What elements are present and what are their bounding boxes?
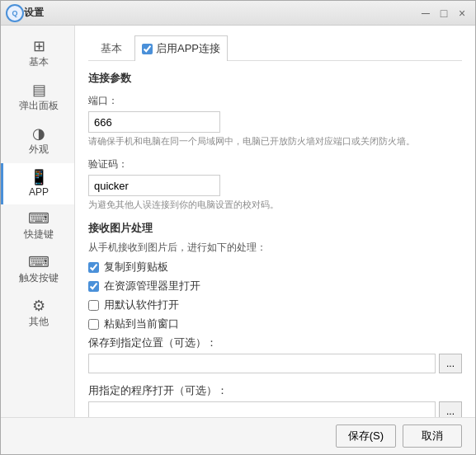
open-app-label: 用指定的程序打开（可选）： xyxy=(88,383,462,398)
sidebar-item-other[interactable]: ⚙ 其他 xyxy=(1,292,74,335)
sidebar-item-basic[interactable]: ⊞ 基本 xyxy=(1,32,74,76)
enable-app-label: 启用APP连接 xyxy=(156,41,220,56)
paste-window-checkbox[interactable] xyxy=(88,319,99,330)
verify-field-group: 验证码： 为避免其他人误连接到你的电脑设置的校对码。 xyxy=(88,157,462,211)
open-default-checkbox[interactable] xyxy=(88,300,99,311)
save-path-row: 保存到指定位置（可选）： ... xyxy=(88,335,462,373)
tab-enable-app[interactable]: 启用APP连接 xyxy=(134,35,228,61)
tab-basic[interactable]: 基本 xyxy=(88,35,134,61)
sidebar-label-shortcut: 快捷键 xyxy=(24,228,54,242)
checkbox-open-default: 用默认软件打开 xyxy=(88,298,462,312)
copy-clipboard-label: 复制到剪贴板 xyxy=(104,260,168,274)
app-logo: Q xyxy=(6,4,24,22)
sidebar-item-shortcut[interactable]: ⌨ 快捷键 xyxy=(1,204,74,248)
tab-strip: 基本 启用APP连接 xyxy=(88,35,462,61)
open-app-browse-button[interactable]: ... xyxy=(439,401,462,417)
trigger-icon: ⌨ xyxy=(28,255,49,270)
connection-section-title: 连接参数 xyxy=(88,71,462,86)
save-path-input-row: ... xyxy=(88,354,462,373)
open-app-row: 用指定的程序打开（可选）： ... xyxy=(88,383,462,417)
open-app-input[interactable] xyxy=(88,401,436,417)
footer: 保存(S) 取消 xyxy=(1,417,475,454)
image-section-title: 接收图片处理 xyxy=(88,221,462,236)
sidebar-label-appearance: 外观 xyxy=(29,143,49,157)
verify-input[interactable] xyxy=(88,175,220,196)
popup-icon: ▤ xyxy=(32,82,46,97)
save-button[interactable]: 保存(S) xyxy=(336,425,396,448)
main-panel: 基本 启用APP连接 连接参数 端口： 请确保手机和电脑在同一个局域网中，电脑已… xyxy=(75,26,475,417)
title-bar: Q 设置 ─ □ × xyxy=(1,1,475,26)
sidebar-label-app: APP xyxy=(29,186,49,198)
appearance-icon: ◑ xyxy=(32,126,45,141)
save-path-browse-button[interactable]: ... xyxy=(439,354,462,373)
open-default-label: 用默认软件打开 xyxy=(104,298,179,312)
port-label: 端口： xyxy=(88,94,462,108)
sidebar-item-app[interactable]: 📱 APP xyxy=(1,163,74,204)
sidebar-label-basic: 基本 xyxy=(29,55,49,69)
checkbox-open-explorer: 在资源管理器里打开 xyxy=(88,279,462,293)
sidebar-item-appearance[interactable]: ◑ 外观 xyxy=(1,120,74,163)
minimize-button[interactable]: ─ xyxy=(417,5,434,21)
sidebar-item-popup[interactable]: ▤ 弹出面板 xyxy=(1,76,74,120)
shortcut-icon: ⌨ xyxy=(28,211,49,226)
settings-window: Q 设置 ─ □ × ⊞ 基本 ▤ 弹出面板 ◑ 外观 📱 AP xyxy=(0,0,476,455)
open-app-input-row: ... xyxy=(88,401,462,417)
verify-hint: 为避免其他人误连接到你的电脑设置的校对码。 xyxy=(88,199,462,211)
copy-clipboard-checkbox[interactable] xyxy=(88,262,99,273)
open-explorer-label: 在资源管理器里打开 xyxy=(104,279,200,293)
basic-icon: ⊞ xyxy=(33,39,45,54)
maximize-button[interactable]: □ xyxy=(436,5,452,21)
image-section-hint: 从手机接收到图片后，进行如下的处理： xyxy=(88,241,462,255)
save-path-label: 保存到指定位置（可选）： xyxy=(88,335,462,350)
app-icon: 📱 xyxy=(30,170,48,185)
port-field-group: 端口： 请确保手机和电脑在同一个局域网中，电脑已开放防火墙对应端口或关闭防火墙。 xyxy=(88,94,462,148)
cancel-button[interactable]: 取消 xyxy=(403,425,462,448)
window-content: ⊞ 基本 ▤ 弹出面板 ◑ 外观 📱 APP ⌨ 快捷键 ⌨ 触发按键 xyxy=(1,26,475,417)
paste-window-label: 粘贴到当前窗口 xyxy=(104,317,179,331)
save-path-input[interactable] xyxy=(88,354,436,373)
logo-area: Q xyxy=(6,4,24,22)
open-explorer-checkbox[interactable] xyxy=(88,281,99,292)
close-button[interactable]: × xyxy=(454,5,470,21)
verify-label: 验证码： xyxy=(88,157,462,171)
checkbox-paste-window: 粘贴到当前窗口 xyxy=(88,317,462,331)
sidebar-label-other: 其他 xyxy=(29,315,49,329)
window-controls: ─ □ × xyxy=(417,5,470,21)
checkbox-copy-clipboard: 复制到剪贴板 xyxy=(88,260,462,274)
other-icon: ⚙ xyxy=(32,298,45,313)
sidebar-item-trigger[interactable]: ⌨ 触发按键 xyxy=(1,248,74,292)
port-input[interactable] xyxy=(88,111,220,133)
sidebar-label-trigger: 触发按键 xyxy=(19,271,59,285)
sidebar: ⊞ 基本 ▤ 弹出面板 ◑ 外观 📱 APP ⌨ 快捷键 ⌨ 触发按键 xyxy=(1,26,75,417)
window-title: 设置 xyxy=(24,6,417,20)
enable-app-checkbox[interactable] xyxy=(142,44,153,54)
sidebar-label-popup: 弹出面板 xyxy=(19,99,59,113)
port-hint: 请确保手机和电脑在同一个局域网中，电脑已开放防火墙对应端口或关闭防火墙。 xyxy=(88,135,462,148)
